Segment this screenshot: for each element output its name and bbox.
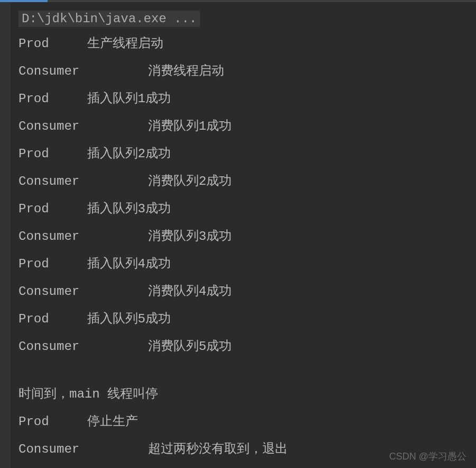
output-line: Consumer 消费队列1成功: [19, 117, 471, 136]
output-line: Prod 停止生产: [19, 412, 471, 431]
output-line: Prod 插入队列3成功: [19, 200, 471, 219]
output-line: Consumer 消费队列5成功: [19, 337, 471, 356]
progress-track: [0, 0, 476, 2]
output-lines: Prod 生产线程启动Consumer 消费线程启动Prod 插入队列1成功Co…: [19, 34, 471, 459]
output-line: Prod 插入队列2成功: [19, 145, 471, 164]
editor-gutter: [0, 2, 11, 468]
output-line: Consumer 消费队列3成功: [19, 227, 471, 246]
output-line: Consumer 消费队列2成功: [19, 172, 471, 191]
output-line: Prod 插入队列4成功: [19, 255, 471, 274]
output-line: Consumer 消费线程启动: [19, 62, 471, 81]
watermark: CSDN @学习愚公: [389, 450, 466, 463]
blank-line: [19, 365, 471, 385]
output-line: Prod 插入队列1成功: [19, 89, 471, 109]
output-line: Prod 生产线程启动: [19, 34, 471, 53]
output-line: 时间到，main 线程叫停: [19, 385, 471, 404]
output-line: Consumer 消费队列4成功: [19, 282, 471, 301]
command-line: D:\jdk\bin\java.exe ...: [19, 11, 200, 27]
console-output[interactable]: D:\jdk\bin\java.exe ... Prod 生产线程启动Consu…: [19, 11, 471, 467]
output-line: Prod 插入队列5成功: [19, 310, 471, 329]
